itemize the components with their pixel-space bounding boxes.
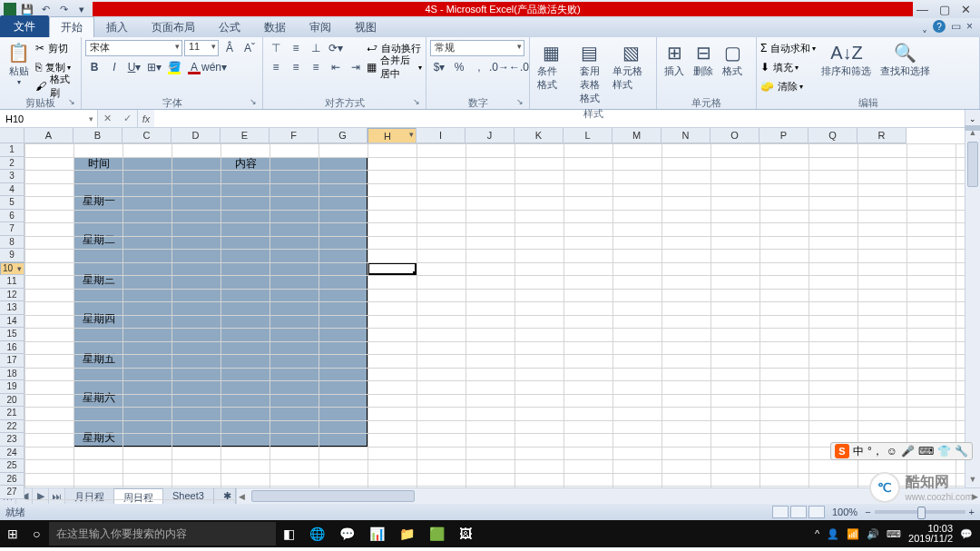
tray-people-icon[interactable]: 👤 (827, 528, 839, 540)
column-header[interactable]: C (122, 128, 172, 143)
taskbar-search-input[interactable]: 在这里输入你要搜索的内容 (49, 522, 276, 546)
column-header[interactable]: A (24, 128, 74, 143)
italic-button[interactable]: I (105, 59, 123, 75)
conditional-format-button[interactable]: ▦条件格式 (534, 39, 570, 93)
cut-button[interactable]: ✂剪切 (35, 39, 77, 57)
phonetic-button[interactable]: wén▾ (205, 59, 223, 75)
close-button[interactable]: ✕ (961, 3, 971, 16)
start-button[interactable]: ⊞ (0, 520, 25, 547)
ime-skin-icon[interactable]: 👕 (937, 445, 951, 458)
indent-increase-icon[interactable]: ⇥ (347, 59, 365, 75)
bold-button[interactable]: B (85, 59, 103, 75)
increase-font-icon[interactable]: Â (220, 40, 239, 56)
row-header[interactable]: 17 (0, 354, 24, 368)
fx-icon[interactable]: fx (138, 110, 154, 127)
row-header[interactable]: 23 (0, 433, 24, 447)
ime-toolbar[interactable]: S 中 °， ☺ 🎤 ⌨ 👕 🔧 (830, 442, 973, 460)
row-header[interactable]: 4 (0, 183, 24, 197)
zoom-out-icon[interactable]: − (865, 507, 870, 517)
hscroll-thumb[interactable] (251, 490, 415, 502)
column-header[interactable]: R (858, 128, 906, 143)
ime-punct[interactable]: °， (867, 444, 883, 459)
row-header[interactable]: 3 (0, 170, 24, 183)
insert-cells-button[interactable]: ⊞插入 (661, 39, 688, 80)
align-bottom-icon[interactable]: ⊥ (307, 40, 325, 56)
orientation-icon[interactable]: ⟳▾ (327, 40, 345, 56)
align-left-icon[interactable]: ≡ (267, 59, 285, 75)
percent-icon[interactable]: % (450, 59, 468, 75)
comma-icon[interactable]: , (470, 59, 488, 75)
autosum-button[interactable]: Σ自动求和▾ (760, 39, 816, 57)
find-select-button[interactable]: 🔍查找和选择 (877, 39, 934, 80)
font-size-select[interactable]: 11 (184, 40, 219, 56)
clear-button[interactable]: 🧽清除▾ (760, 77, 816, 95)
zoom-level[interactable]: 100% (832, 507, 858, 517)
ime-tool-icon[interactable]: 🔧 (955, 445, 968, 458)
clipboard-launcher-icon[interactable]: ↘ (68, 97, 75, 106)
sheet-nav-last-icon[interactable]: ⏭ (49, 488, 65, 504)
merge-center-button[interactable]: ▦合并后居中▾ (367, 58, 422, 76)
column-header[interactable]: D (172, 128, 220, 143)
tab-view[interactable]: 视图 (343, 16, 388, 37)
number-format-select[interactable]: 常规 (430, 40, 524, 56)
indent-decrease-icon[interactable]: ⇤ (327, 59, 345, 75)
vertical-scrollbar[interactable]: ▲ ▼ (965, 128, 980, 487)
column-header[interactable]: L (564, 128, 612, 143)
row-header[interactable]: 9 (0, 249, 24, 262)
row-header[interactable]: 18 (0, 368, 24, 381)
taskbar-app-5[interactable]: 🟩 (422, 520, 452, 547)
row-header[interactable]: 10 (0, 262, 24, 276)
underline-button[interactable]: U▾ (125, 59, 143, 75)
row-header[interactable]: 25 (0, 459, 24, 473)
tray-date[interactable]: 2019/11/2 (908, 534, 953, 544)
row-header[interactable]: 11 (0, 275, 24, 289)
tray-notification-icon[interactable]: 💬 (960, 528, 973, 540)
format-cells-button[interactable]: ▢格式 (719, 39, 746, 80)
font-name-select[interactable]: 宋体 (85, 40, 182, 56)
cell-styles-button[interactable]: ▧单元格样式 (609, 39, 652, 93)
align-center-icon[interactable]: ≡ (287, 59, 305, 75)
select-all-corner[interactable] (0, 128, 24, 143)
column-header[interactable]: K (514, 128, 564, 143)
column-header[interactable]: I (416, 128, 466, 143)
ime-lang[interactable]: 中 (853, 444, 864, 459)
view-page-layout-icon[interactable] (790, 506, 807, 518)
alignment-launcher-icon[interactable]: ↘ (413, 97, 420, 106)
row-header[interactable]: 6 (0, 210, 24, 223)
row-header[interactable]: 14 (0, 315, 24, 329)
name-box[interactable]: H10 (0, 110, 98, 127)
row-header[interactable]: 27 (0, 486, 24, 499)
column-header[interactable]: J (466, 128, 514, 143)
row-header[interactable]: 5 (0, 196, 24, 210)
column-header[interactable]: E (220, 128, 270, 143)
tray-lang-icon[interactable]: ⌨ (887, 528, 901, 540)
taskbar-app-4[interactable]: 📁 (392, 520, 422, 547)
taskbar-app-1[interactable]: 🌐 (302, 520, 332, 547)
column-header[interactable]: F (270, 128, 318, 143)
taskbar-app-6[interactable]: 🖼 (452, 520, 479, 547)
help-icon[interactable]: ? (933, 20, 946, 33)
sheet-nav-next-icon[interactable]: ▶ (33, 488, 49, 504)
vscroll-thumb[interactable] (967, 142, 978, 187)
row-header[interactable]: 22 (0, 420, 24, 434)
window-restore-icon[interactable]: ▭ (951, 20, 961, 33)
task-view-icon[interactable]: ◧ (276, 520, 302, 547)
tab-review[interactable]: 审阅 (298, 16, 343, 37)
tab-home[interactable]: 开始 (49, 16, 94, 37)
increase-decimal-icon[interactable]: .0→ (490, 59, 508, 75)
tab-formulas[interactable]: 公式 (207, 16, 252, 37)
ime-mic-icon[interactable]: 🎤 (901, 445, 915, 458)
spreadsheet-grid[interactable]: ABCDEFGHIJKLMNOPQR 123456789101112131415… (0, 128, 980, 487)
delete-cells-button[interactable]: ⊟删除 (690, 39, 717, 80)
tray-volume-icon[interactable]: 🔊 (867, 528, 879, 540)
taskbar-app-2[interactable]: 💬 (332, 520, 362, 547)
row-header[interactable]: 26 (0, 473, 24, 487)
undo-icon[interactable]: ↶ (38, 2, 53, 16)
column-header[interactable]: B (74, 128, 122, 143)
ime-keyboard-icon[interactable]: ⌨ (918, 445, 934, 458)
minimize-ribbon-icon[interactable]: ˬ (922, 20, 927, 33)
row-header[interactable]: 15 (0, 328, 24, 341)
row-header[interactable]: 20 (0, 394, 24, 408)
row-header[interactable]: 2 (0, 157, 24, 171)
font-launcher-icon[interactable]: ↘ (250, 97, 257, 106)
